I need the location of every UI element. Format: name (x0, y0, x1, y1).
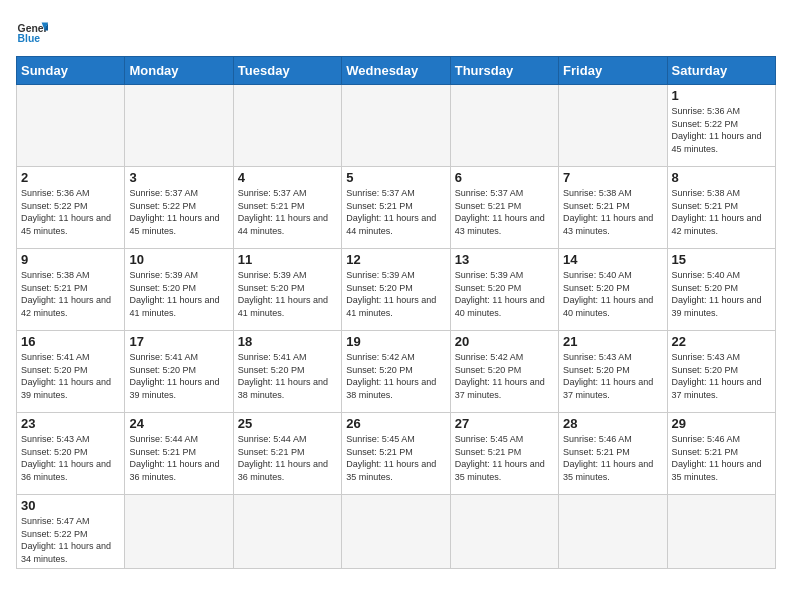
weekday-friday: Friday (559, 57, 667, 85)
day-number: 16 (21, 334, 120, 349)
day-number: 25 (238, 416, 337, 431)
calendar-cell: 26Sunrise: 5:45 AMSunset: 5:21 PMDayligh… (342, 413, 450, 495)
day-info: Sunrise: 5:38 AMSunset: 5:21 PMDaylight:… (672, 187, 771, 237)
calendar-cell (559, 85, 667, 167)
calendar-row: 1Sunrise: 5:36 AMSunset: 5:22 PMDaylight… (17, 85, 776, 167)
calendar-cell (17, 85, 125, 167)
day-number: 28 (563, 416, 662, 431)
calendar-row: 30Sunrise: 5:47 AMSunset: 5:22 PMDayligh… (17, 495, 776, 569)
day-number: 7 (563, 170, 662, 185)
day-number: 8 (672, 170, 771, 185)
calendar-cell: 14Sunrise: 5:40 AMSunset: 5:20 PMDayligh… (559, 249, 667, 331)
weekday-saturday: Saturday (667, 57, 775, 85)
calendar-cell: 12Sunrise: 5:39 AMSunset: 5:20 PMDayligh… (342, 249, 450, 331)
svg-text:Blue: Blue (18, 33, 41, 44)
day-number: 15 (672, 252, 771, 267)
day-info: Sunrise: 5:42 AMSunset: 5:20 PMDaylight:… (455, 351, 554, 401)
calendar-cell: 11Sunrise: 5:39 AMSunset: 5:20 PMDayligh… (233, 249, 341, 331)
calendar-row: 16Sunrise: 5:41 AMSunset: 5:20 PMDayligh… (17, 331, 776, 413)
calendar-cell: 21Sunrise: 5:43 AMSunset: 5:20 PMDayligh… (559, 331, 667, 413)
day-number: 27 (455, 416, 554, 431)
day-info: Sunrise: 5:39 AMSunset: 5:20 PMDaylight:… (238, 269, 337, 319)
day-number: 10 (129, 252, 228, 267)
day-info: Sunrise: 5:46 AMSunset: 5:21 PMDaylight:… (563, 433, 662, 483)
calendar-cell: 8Sunrise: 5:38 AMSunset: 5:21 PMDaylight… (667, 167, 775, 249)
day-info: Sunrise: 5:43 AMSunset: 5:20 PMDaylight:… (21, 433, 120, 483)
calendar-cell: 10Sunrise: 5:39 AMSunset: 5:20 PMDayligh… (125, 249, 233, 331)
day-number: 19 (346, 334, 445, 349)
calendar-cell: 27Sunrise: 5:45 AMSunset: 5:21 PMDayligh… (450, 413, 558, 495)
day-info: Sunrise: 5:41 AMSunset: 5:20 PMDaylight:… (129, 351, 228, 401)
calendar-cell: 29Sunrise: 5:46 AMSunset: 5:21 PMDayligh… (667, 413, 775, 495)
calendar-cell: 17Sunrise: 5:41 AMSunset: 5:20 PMDayligh… (125, 331, 233, 413)
day-number: 6 (455, 170, 554, 185)
day-number: 12 (346, 252, 445, 267)
day-info: Sunrise: 5:42 AMSunset: 5:20 PMDaylight:… (346, 351, 445, 401)
calendar-cell (667, 495, 775, 569)
calendar-cell (125, 495, 233, 569)
calendar-cell: 3Sunrise: 5:37 AMSunset: 5:22 PMDaylight… (125, 167, 233, 249)
day-number: 26 (346, 416, 445, 431)
calendar-table: SundayMondayTuesdayWednesdayThursdayFrid… (16, 56, 776, 569)
day-number: 4 (238, 170, 337, 185)
calendar-cell: 1Sunrise: 5:36 AMSunset: 5:22 PMDaylight… (667, 85, 775, 167)
day-info: Sunrise: 5:37 AMSunset: 5:22 PMDaylight:… (129, 187, 228, 237)
calendar-cell (559, 495, 667, 569)
calendar-cell: 25Sunrise: 5:44 AMSunset: 5:21 PMDayligh… (233, 413, 341, 495)
day-info: Sunrise: 5:38 AMSunset: 5:21 PMDaylight:… (21, 269, 120, 319)
calendar-cell: 9Sunrise: 5:38 AMSunset: 5:21 PMDaylight… (17, 249, 125, 331)
weekday-tuesday: Tuesday (233, 57, 341, 85)
calendar-row: 23Sunrise: 5:43 AMSunset: 5:20 PMDayligh… (17, 413, 776, 495)
calendar-cell: 6Sunrise: 5:37 AMSunset: 5:21 PMDaylight… (450, 167, 558, 249)
calendar-cell: 13Sunrise: 5:39 AMSunset: 5:20 PMDayligh… (450, 249, 558, 331)
day-number: 2 (21, 170, 120, 185)
weekday-header-row: SundayMondayTuesdayWednesdayThursdayFrid… (17, 57, 776, 85)
day-info: Sunrise: 5:37 AMSunset: 5:21 PMDaylight:… (346, 187, 445, 237)
day-number: 5 (346, 170, 445, 185)
weekday-wednesday: Wednesday (342, 57, 450, 85)
calendar-cell (450, 495, 558, 569)
day-number: 1 (672, 88, 771, 103)
calendar-cell: 20Sunrise: 5:42 AMSunset: 5:20 PMDayligh… (450, 331, 558, 413)
weekday-sunday: Sunday (17, 57, 125, 85)
day-info: Sunrise: 5:45 AMSunset: 5:21 PMDaylight:… (346, 433, 445, 483)
calendar-cell: 28Sunrise: 5:46 AMSunset: 5:21 PMDayligh… (559, 413, 667, 495)
calendar-cell (233, 495, 341, 569)
calendar-cell: 5Sunrise: 5:37 AMSunset: 5:21 PMDaylight… (342, 167, 450, 249)
day-info: Sunrise: 5:39 AMSunset: 5:20 PMDaylight:… (346, 269, 445, 319)
day-number: 11 (238, 252, 337, 267)
day-info: Sunrise: 5:40 AMSunset: 5:20 PMDaylight:… (672, 269, 771, 319)
day-number: 18 (238, 334, 337, 349)
day-number: 21 (563, 334, 662, 349)
day-number: 23 (21, 416, 120, 431)
day-info: Sunrise: 5:45 AMSunset: 5:21 PMDaylight:… (455, 433, 554, 483)
day-info: Sunrise: 5:36 AMSunset: 5:22 PMDaylight:… (672, 105, 771, 155)
day-info: Sunrise: 5:43 AMSunset: 5:20 PMDaylight:… (563, 351, 662, 401)
day-info: Sunrise: 5:37 AMSunset: 5:21 PMDaylight:… (238, 187, 337, 237)
day-number: 14 (563, 252, 662, 267)
day-info: Sunrise: 5:38 AMSunset: 5:21 PMDaylight:… (563, 187, 662, 237)
day-info: Sunrise: 5:47 AMSunset: 5:22 PMDaylight:… (21, 515, 120, 565)
day-info: Sunrise: 5:37 AMSunset: 5:21 PMDaylight:… (455, 187, 554, 237)
day-number: 24 (129, 416, 228, 431)
calendar-cell: 7Sunrise: 5:38 AMSunset: 5:21 PMDaylight… (559, 167, 667, 249)
day-info: Sunrise: 5:44 AMSunset: 5:21 PMDaylight:… (238, 433, 337, 483)
day-info: Sunrise: 5:41 AMSunset: 5:20 PMDaylight:… (21, 351, 120, 401)
day-number: 9 (21, 252, 120, 267)
day-info: Sunrise: 5:44 AMSunset: 5:21 PMDaylight:… (129, 433, 228, 483)
calendar-cell: 30Sunrise: 5:47 AMSunset: 5:22 PMDayligh… (17, 495, 125, 569)
calendar-body: 1Sunrise: 5:36 AMSunset: 5:22 PMDaylight… (17, 85, 776, 569)
day-number: 20 (455, 334, 554, 349)
day-number: 29 (672, 416, 771, 431)
day-info: Sunrise: 5:40 AMSunset: 5:20 PMDaylight:… (563, 269, 662, 319)
day-number: 3 (129, 170, 228, 185)
day-info: Sunrise: 5:36 AMSunset: 5:22 PMDaylight:… (21, 187, 120, 237)
calendar-row: 9Sunrise: 5:38 AMSunset: 5:21 PMDaylight… (17, 249, 776, 331)
day-info: Sunrise: 5:39 AMSunset: 5:20 PMDaylight:… (129, 269, 228, 319)
calendar-cell (342, 495, 450, 569)
calendar-cell: 22Sunrise: 5:43 AMSunset: 5:20 PMDayligh… (667, 331, 775, 413)
page-header: General Blue (16, 16, 776, 48)
day-info: Sunrise: 5:39 AMSunset: 5:20 PMDaylight:… (455, 269, 554, 319)
calendar-cell (450, 85, 558, 167)
calendar-cell: 2Sunrise: 5:36 AMSunset: 5:22 PMDaylight… (17, 167, 125, 249)
